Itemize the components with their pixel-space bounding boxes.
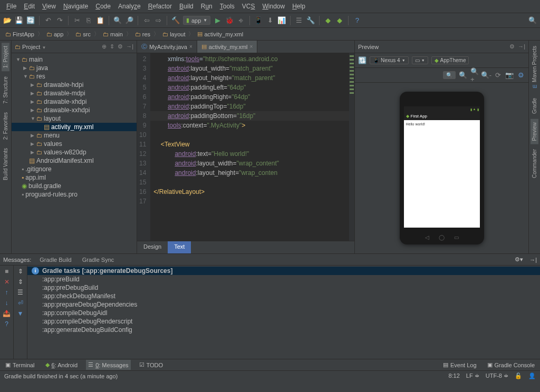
find-icon[interactable]: 🔍 (113, 16, 122, 25)
design-tab[interactable]: Design (137, 241, 168, 253)
tree-drawable-xhdpi[interactable]: ▶🗀drawable-xhdpi (12, 97, 137, 106)
tree-java[interactable]: ▶🗀java (12, 64, 137, 72)
gradle-build-tab[interactable]: Gradle Build (37, 255, 74, 264)
sidetab-structure[interactable]: 7: Structure (2, 73, 9, 107)
btab-messages[interactable]: ☰0: Messages (86, 360, 130, 370)
filter-icon[interactable]: ▼ (17, 310, 24, 317)
collapse-icon[interactable]: ⇕ (110, 43, 114, 50)
theme-selector[interactable]: ◆AppTheme (431, 56, 469, 64)
lock-icon[interactable]: 🔓 (515, 373, 522, 379)
settings-icon[interactable]: ⚙ (517, 71, 525, 80)
hide-icon[interactable]: →| (126, 43, 133, 50)
sidetab-favorites[interactable]: 2: Favorites (2, 109, 9, 143)
help-icon[interactable]: ? (5, 320, 8, 328)
gear-icon[interactable]: ⚙ (509, 43, 515, 50)
undo-icon[interactable]: ↶ (44, 16, 52, 25)
crumb-3[interactable]: 🗀main (101, 31, 125, 37)
copy-icon[interactable]: ⎘ (84, 16, 93, 25)
close-icon[interactable]: × (189, 44, 192, 50)
btab-event-log[interactable]: ▤Event Log (441, 360, 479, 370)
gradle-sync-tab[interactable]: Gradle Sync (80, 255, 117, 264)
status-sep[interactable]: LF ≑ (466, 373, 479, 379)
tree-values[interactable]: ▶🗀values (12, 140, 137, 148)
menu-run[interactable]: Run (198, 1, 216, 12)
menu-analyze[interactable]: Analyze (115, 1, 144, 12)
msg-item[interactable]: :app:preDebugBuild (27, 283, 540, 292)
menu-tools[interactable]: Tools (217, 1, 238, 12)
menu-refactor[interactable]: Refactor (145, 1, 175, 12)
sidetab-preview[interactable]: Preview (531, 119, 538, 144)
make-icon[interactable]: 🔨 (171, 16, 180, 25)
tab-xml[interactable]: ▤activity_my.xml× (197, 41, 258, 53)
down-icon[interactable]: ↓ (5, 299, 8, 307)
export-icon[interactable]: 📤 (3, 310, 11, 317)
code-editor[interactable]: 234567891011121314151617 xmlns:tools="ht… (137, 53, 354, 241)
tree-gitignore[interactable]: ▪.gitignore (12, 165, 137, 173)
hide-icon[interactable]: →| (529, 257, 537, 263)
tree-proguard[interactable]: ▪proguard-rules.pro (12, 190, 137, 199)
tab-java[interactable]: ⒸMyActivity.java× (137, 41, 197, 53)
btab-terminal[interactable]: ▣Terminal (3, 360, 37, 370)
crumb-4[interactable]: 🗀res (133, 31, 152, 37)
zoom-out-icon[interactable]: 🔍- (482, 71, 490, 80)
up-icon[interactable]: ↑ (5, 289, 8, 296)
run-icon[interactable]: ▶ (214, 16, 222, 25)
menu-edit[interactable]: Edit (21, 1, 38, 12)
android-icon-2[interactable]: ◆ (324, 16, 332, 25)
android-icon-3[interactable]: ◆ (335, 16, 344, 25)
sidetab-build-variants[interactable]: Build Variants (2, 145, 9, 183)
open-icon[interactable]: 📂 (3, 16, 12, 25)
tree-menu[interactable]: ▶🗀menu (12, 131, 137, 140)
avd-icon[interactable]: 📱 (254, 16, 263, 25)
menu-file[interactable]: File (3, 1, 20, 12)
expand-icon[interactable]: ⇕ (18, 268, 23, 275)
sidetab-gradle[interactable]: Gradle (531, 95, 538, 117)
crumb-5[interactable]: 🗀layout (160, 31, 187, 37)
tree-activity-my[interactable]: ▤activity_my.xml (12, 123, 137, 131)
menu-build[interactable]: Build (176, 1, 197, 12)
tree-drawable-xxhdpi[interactable]: ▶🗀drawable-xxhdpi (12, 106, 137, 114)
stop-icon[interactable]: ■ (5, 268, 8, 275)
text-tab[interactable]: Text (168, 241, 191, 253)
gear-icon[interactable]: ⚙▾ (515, 256, 523, 263)
sidetab-commander[interactable]: Commander (531, 146, 538, 181)
status-pos[interactable]: 8:12 (448, 373, 459, 379)
msg-item[interactable]: :app:checkDebugManifest (27, 292, 540, 300)
msg-item[interactable]: :app:preBuild (27, 275, 540, 283)
cut-icon[interactable]: ✂ (73, 16, 81, 25)
search-icon[interactable]: 🔍 (528, 16, 537, 25)
save-icon[interactable]: 💾 (15, 16, 23, 25)
btab-android[interactable]: ◆6: Android (43, 360, 80, 370)
refresh-icon[interactable]: 🔃 (358, 56, 367, 65)
menu-code[interactable]: Code (92, 1, 114, 12)
replace-icon[interactable]: 🔎 (125, 16, 133, 25)
device-selector[interactable]: 📱Nexus 4▼ (370, 56, 409, 64)
sdk-icon[interactable]: ⬇ (266, 16, 274, 25)
tree-res[interactable]: ▼🗀res (12, 72, 137, 81)
orientation-selector[interactable]: ▭▼ (412, 56, 428, 64)
menu-view[interactable]: View (39, 1, 59, 12)
collapse-icon[interactable]: ⇕ (18, 278, 23, 286)
msg-item[interactable]: :app:prepareDebugDependencies (27, 300, 540, 309)
tree-manifest[interactable]: ▤AndroidManifest.xml (12, 156, 137, 165)
close-icon[interactable]: ✕ (4, 278, 9, 286)
crumb-0[interactable]: 🗀FirstApp (3, 31, 36, 37)
messages-list[interactable]: iGradle tasks [:app:generateDebugSources… (27, 266, 540, 359)
crumb-2[interactable]: 🗀src (73, 31, 93, 37)
tree-layout[interactable]: ▼🗀layout (12, 114, 137, 123)
forward-icon[interactable]: ⇨ (154, 16, 162, 25)
run-config-selector[interactable]: ▮ app ▼ (183, 16, 210, 25)
menu-window[interactable]: Window (259, 1, 288, 12)
sidetab-project[interactable]: 1: Project (2, 43, 9, 71)
hide-icon[interactable]: →| (518, 43, 525, 50)
gear-icon[interactable]: ⚙ (118, 43, 123, 50)
wrap-icon[interactable]: ⏎ (18, 299, 23, 307)
redo-icon[interactable]: ↷ (55, 16, 64, 25)
attach-icon[interactable]: ⎆ (237, 16, 245, 25)
screenshot-icon[interactable]: 📷 (505, 71, 514, 80)
crumb-6[interactable]: ▤activity_my.xml (195, 31, 245, 37)
sidetab-maven[interactable]: m Maven Projects (531, 43, 538, 93)
refresh-icon[interactable]: ⟳ (494, 71, 502, 80)
target-icon[interactable]: ⊕ (102, 43, 107, 50)
tree-drawable-hdpi[interactable]: ▶🗀drawable-hdpi (12, 81, 137, 89)
